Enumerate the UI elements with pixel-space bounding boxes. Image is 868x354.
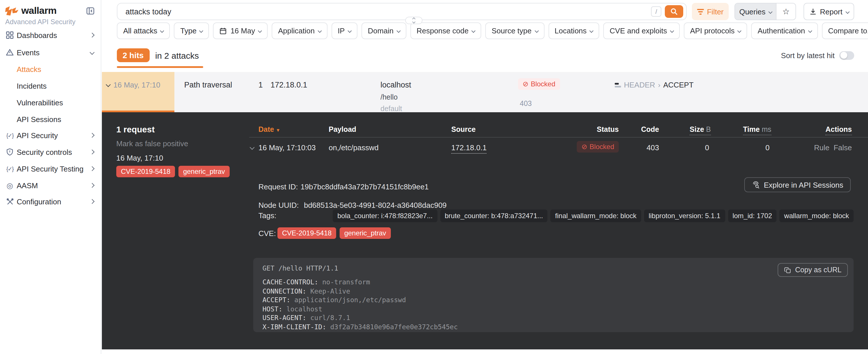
chevron-down-icon <box>348 29 352 33</box>
column-code[interactable]: Code <box>641 126 659 133</box>
chip-label: IP <box>338 27 345 35</box>
column-payload[interactable]: Payload <box>329 126 356 133</box>
node-uuid-value: bd68513a-5e03-4991-8024-a36408dac909 <box>304 201 447 210</box>
http-header: HOST: localhost <box>262 305 844 314</box>
tag-chip: lom_id: 1702 <box>728 210 776 222</box>
search-collapse-handle[interactable] <box>405 17 423 24</box>
filter-chip-date[interactable]: 16 May <box>213 23 268 39</box>
chip-label: Domain <box>368 27 394 35</box>
filter-chip-api-protocols[interactable]: API protocols <box>684 23 747 39</box>
shield-icon <box>5 147 14 157</box>
column-status[interactable]: Status <box>597 126 619 133</box>
sidebar-item-vulnerabilities[interactable]: Vulnerabilities <box>0 96 101 109</box>
sidebar-item-incidents[interactable]: Incidents <box>0 79 101 92</box>
hits-text: in 2 attacks <box>155 51 199 60</box>
chip-label: CVE and exploits <box>610 27 667 35</box>
column-size[interactable]: Size B <box>689 126 711 135</box>
sidebar-item-events[interactable]: Events <box>0 46 101 59</box>
tag-chip: bola_counter: i:478:f82823e7... <box>333 210 437 222</box>
request-time: 0 <box>766 143 770 152</box>
explore-api-sessions-button[interactable]: Explore in API Sessions <box>744 177 851 192</box>
mark-false-positive-link[interactable]: Mark as false positive <box>116 139 188 148</box>
filter-chip-authentication[interactable]: Authentication <box>751 23 818 39</box>
tag-chip: libproton_version: 5.1.1 <box>644 210 725 222</box>
filter-chip-cve[interactable]: CVE and exploits <box>603 23 680 39</box>
sort-toggle[interactable] <box>839 51 854 60</box>
sidebar-collapse-icon[interactable] <box>86 6 95 15</box>
sidebar-item-api-security[interactable]: {✓} API Security <box>0 129 101 141</box>
cve-chip[interactable]: CVE-2019-5418 <box>116 166 175 177</box>
tag-chip-row: bola_counter: i:478:f82823e7... brute_co… <box>333 210 854 222</box>
search-button[interactable] <box>665 5 683 18</box>
sidebar-item-attacks[interactable]: Attacks <box>0 63 101 75</box>
attack-hit-count: 1 <box>258 81 263 89</box>
point-name: ACCEPT <box>663 81 693 89</box>
false-link[interactable]: False <box>834 143 852 152</box>
filter-label: Filter <box>707 7 723 16</box>
chevron-right-icon <box>90 183 95 188</box>
chevron-down-icon <box>534 29 538 33</box>
filter-chip-ip[interactable]: IP <box>331 23 358 39</box>
request-actions: Rule False <box>814 143 852 152</box>
active-tab-underline <box>117 66 203 68</box>
filter-chip-locations[interactable]: Locations <box>548 23 599 39</box>
sidebar-item-aasm[interactable]: ◎ AASM <box>0 179 101 192</box>
sidebar-item-label: Attacks <box>17 65 94 73</box>
column-time[interactable]: Time ms <box>743 126 771 135</box>
attack-row[interactable]: 16 May, 17:10 Path traversal 1 172.18.0.… <box>102 72 868 112</box>
attack-time: 16 May, 17:10 <box>116 154 163 162</box>
filter-chip-all-attacks[interactable]: All attacks <box>117 23 170 39</box>
request-cve-chips: CVE-2019-5418 generic_ptrav <box>277 227 391 239</box>
row-expander-icon[interactable] <box>250 145 255 150</box>
search-bar[interactable]: / <box>117 3 687 20</box>
chevron-down-icon <box>808 29 812 33</box>
column-source[interactable]: Source <box>451 126 476 133</box>
chevron-down-icon <box>160 29 164 33</box>
favorite-star-button[interactable]: ☆ <box>776 3 796 20</box>
cve-chip[interactable]: generic_ptrav <box>340 227 391 239</box>
download-icon <box>809 8 816 15</box>
column-date[interactable]: Date▼ <box>258 126 280 133</box>
toggle-knob <box>840 52 847 59</box>
sidebar-item-api-security-testing[interactable]: {✓} API Security Testing <box>0 162 101 175</box>
tag-chip: brute_counter: b:478:a732471... <box>440 210 548 222</box>
http-header: X-IBM-CLIENT-ID: d3f2a7b34810e96a7fee0e3… <box>262 323 844 331</box>
attack-source-ip[interactable]: 172.18.0.1 <box>271 81 307 89</box>
point-group: HEADER <box>624 81 655 89</box>
request-size: 0 <box>705 143 709 152</box>
attack-path: /hello <box>380 93 411 101</box>
report-button[interactable]: Report <box>804 3 854 20</box>
filter-chip-compare-to[interactable]: Compare to... <box>822 23 868 39</box>
sidebar-item-dashboards[interactable]: Dashboards <box>0 29 101 41</box>
sidebar-item-label: Dashboards <box>17 31 90 39</box>
filter-chip-source-type[interactable]: Source type <box>485 23 544 39</box>
chip-label: Type <box>181 27 196 35</box>
filter-chip-response-code[interactable]: Response code <box>410 23 482 39</box>
request-line: GET /hello HTTP/1.1 <box>262 264 844 272</box>
column-actions[interactable]: Actions <box>826 126 852 135</box>
logo-row: wallarm <box>5 5 95 17</box>
sidebar-item-security-controls[interactable]: Security controls <box>0 146 101 158</box>
request-id-line: Request ID: 19b7bc8ddfa43a72b7b74151fc8b… <box>258 181 429 192</box>
filter-chip-type[interactable]: Type <box>174 23 209 39</box>
attack-date-cell[interactable]: 16 May, 17:10 <box>102 72 175 112</box>
chevron-down-icon <box>845 9 849 13</box>
sidebar-item-api-sessions[interactable]: API Sessions <box>0 113 101 126</box>
filter-chip-application[interactable]: Application <box>272 23 327 39</box>
search-input[interactable] <box>124 7 651 17</box>
explore-label: Explore in API Sessions <box>764 181 843 189</box>
filter-button[interactable]: Filter <box>692 3 729 20</box>
status-badge: ⊘Blocked <box>518 78 560 90</box>
cve-chip[interactable]: CVE-2019-5418 <box>277 227 336 239</box>
queries-button[interactable]: Queries <box>735 3 776 20</box>
copy-as-curl-button[interactable]: Copy as cURL <box>778 263 848 277</box>
chevron-down-icon <box>396 29 400 33</box>
request-source-link[interactable]: 172.18.0.1 <box>451 143 487 154</box>
chevron-down-icon <box>199 29 204 33</box>
filter-chip-domain[interactable]: Domain <box>362 23 406 39</box>
sidebar-item-label: API Sessions <box>17 115 94 124</box>
sort-desc-icon: ▼ <box>276 128 280 133</box>
sidebar-item-configuration[interactable]: Configuration <box>0 195 101 208</box>
cve-chip[interactable]: generic_ptrav <box>179 166 229 177</box>
rule-link[interactable]: Rule <box>814 143 830 152</box>
